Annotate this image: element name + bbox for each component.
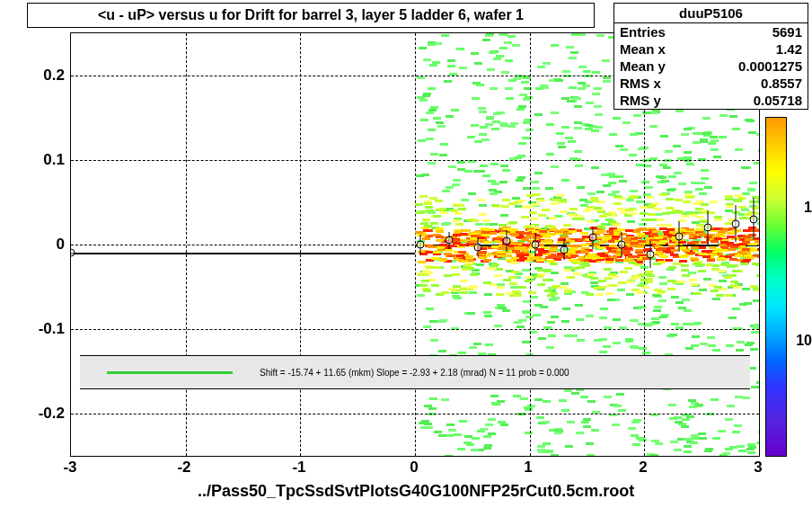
heat-cell [667, 280, 675, 282]
heat-cell [658, 276, 666, 279]
heat-cell [510, 262, 518, 264]
heat-cell [530, 296, 538, 299]
heat-cell [598, 241, 606, 244]
heat-cell [551, 316, 559, 318]
heat-cell [620, 271, 628, 273]
heat-cell [745, 119, 753, 121]
heat-cell [719, 280, 727, 282]
xtick-0: 0 [410, 459, 418, 477]
heat-cell [630, 133, 638, 136]
heat-cell [563, 269, 571, 272]
heat-cell [433, 215, 441, 218]
heat-cell [732, 244, 740, 246]
heat-cell [630, 345, 638, 348]
heat-cell [569, 334, 578, 337]
heat-cell [430, 153, 438, 156]
heat-cell [475, 223, 483, 226]
heat-cell [659, 282, 667, 285]
heat-cell [691, 246, 699, 249]
heat-cell [743, 236, 751, 238]
heat-cell [433, 266, 441, 269]
heat-cell [460, 233, 468, 236]
heat-cell [514, 321, 522, 324]
heat-cell [636, 201, 644, 203]
heat-cell [637, 233, 645, 236]
heat-cell [416, 174, 424, 177]
heat-cell [758, 244, 760, 246]
heat-cell [547, 294, 555, 297]
heat-cell [434, 431, 442, 433]
heat-cell [683, 323, 691, 325]
heat-cell [720, 263, 728, 266]
heat-cell [431, 257, 439, 260]
heat-cell [455, 223, 463, 226]
heat-cell [538, 214, 546, 217]
heat-cell [487, 68, 495, 71]
heat-cell [597, 226, 605, 228]
heat-cell [592, 71, 600, 74]
heat-cell [725, 195, 733, 198]
heat-cell [675, 210, 683, 213]
heat-cell [708, 142, 716, 145]
heat-cell [483, 241, 491, 244]
stats-meanx-label: Mean x [620, 41, 666, 57]
heat-cell [469, 346, 477, 349]
heat-cell [742, 241, 750, 244]
stats-rmsy: RMS y 0.05718 [614, 92, 808, 109]
heat-cell [459, 420, 467, 423]
heat-cell [609, 133, 617, 136]
heat-cell [499, 181, 508, 183]
heat-cell [441, 34, 449, 37]
heat-cell [570, 254, 578, 257]
heat-cell [710, 253, 718, 255]
heat-cell [440, 143, 448, 146]
heat-cell [441, 291, 449, 294]
heat-cell [671, 323, 679, 325]
stats-box: duuP5106 Entries 5691 Mean x 1.42 Mean y… [613, 3, 808, 110]
heat-cell [642, 111, 650, 114]
heat-cell [726, 205, 734, 208]
heat-cell [502, 199, 510, 201]
stats-entries: Entries 5691 [614, 23, 808, 40]
heat-cell [505, 59, 513, 62]
heat-cell [707, 336, 715, 339]
heat-cell [669, 334, 677, 336]
heat-cell [562, 307, 570, 310]
heat-cell [485, 343, 493, 346]
heat-cell [470, 273, 478, 276]
heat-cell [613, 202, 622, 205]
heat-cell [555, 79, 563, 82]
heat-cell [525, 96, 533, 99]
heat-cell [517, 200, 525, 202]
heat-cell [483, 447, 491, 450]
heat-cell [470, 286, 478, 289]
heat-cell [570, 247, 578, 250]
heat-cell [433, 251, 441, 254]
heat-cell [471, 235, 479, 237]
heat-cell [520, 397, 528, 400]
heat-cell [625, 209, 633, 211]
profile-marker [503, 237, 511, 245]
heat-cell [728, 316, 737, 319]
heat-cell [437, 320, 446, 323]
heat-cell [586, 255, 594, 258]
heat-cell [428, 129, 436, 131]
heat-cell [625, 229, 633, 232]
heat-cell [525, 205, 534, 208]
heat-cell [490, 223, 498, 226]
heat-cell [719, 136, 727, 138]
heat-cell [552, 285, 560, 288]
heat-cell [489, 189, 497, 192]
heat-cell [417, 76, 425, 79]
heat-cell [539, 230, 547, 233]
heat-cell [583, 70, 591, 73]
heat-cell [587, 454, 595, 457]
heat-cell [732, 270, 740, 272]
heat-cell [502, 169, 510, 172]
heat-cell [670, 441, 678, 443]
heat-cell [730, 264, 738, 267]
heat-cell [681, 133, 689, 136]
heat-cell [465, 262, 473, 264]
heat-cell [464, 435, 472, 438]
heat-cell [562, 70, 570, 73]
